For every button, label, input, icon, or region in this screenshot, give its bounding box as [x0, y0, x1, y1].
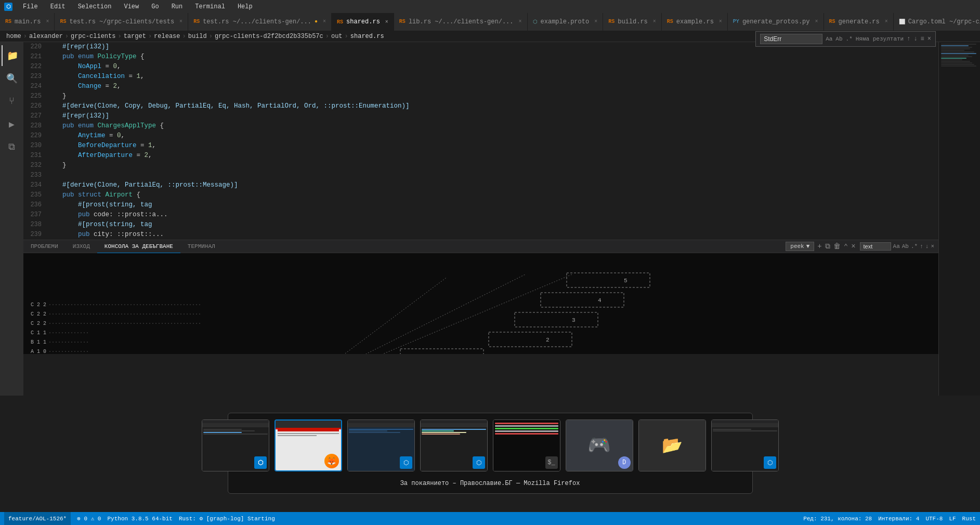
code-line-232: 232 }: [23, 161, 938, 170]
tab-test-rs-2[interactable]: RS test.rs ~/.../clients-gen/... ● ×: [188, 13, 332, 31]
tab-icon-rs-4: RS: [337, 19, 343, 25]
panel-tab-debug[interactable]: КОНСОЛА ЗА ДЕБЪГВАНЕ: [97, 240, 180, 253]
tab-lib-rs[interactable]: RS lib.rs ~/.../clients-gen/... ×: [394, 13, 528, 31]
tab-example-rs[interactable]: RS example.rs ×: [662, 13, 728, 31]
tab-close-protos[interactable]: ×: [815, 19, 818, 24]
tab-close-shared[interactable]: ×: [385, 19, 388, 25]
debug-filter[interactable]: peek ▼: [786, 242, 814, 251]
code-line-233: 233: [23, 170, 938, 180]
status-encoding[interactable]: UTF-8: [925, 516, 943, 522]
act-debug[interactable]: ▶: [2, 114, 22, 135]
breadcrumb-release[interactable]: release: [154, 33, 180, 40]
breadcrumb-file[interactable]: shared.rs: [350, 33, 384, 40]
svg-rect-2: [541, 293, 624, 307]
find-next-btn[interactable]: ↓: [913, 35, 917, 43]
tab-shared-rs[interactable]: RS shared.rs ×: [332, 13, 394, 31]
tab-close-test-1[interactable]: ×: [179, 19, 182, 24]
taskbar-item-firefox-active[interactable]: 🦊: [275, 419, 342, 471]
taskbar-item-vscode-empty[interactable]: ⬡: [711, 419, 779, 471]
panel-trash-btn[interactable]: 🗑: [833, 242, 841, 251]
act-explorer[interactable]: 📁: [2, 45, 22, 66]
taskbar-item-terminal[interactable]: $_: [493, 419, 560, 471]
menu-file[interactable]: File: [21, 2, 40, 11]
tab-generate-rs[interactable]: RS generate.rs ×: [824, 13, 894, 31]
menu-go[interactable]: Go: [149, 2, 161, 11]
find-input[interactable]: [760, 34, 822, 44]
discord-logo: 🎮: [587, 434, 611, 457]
status-rust: Rust: ⚙ [graph-log] Starting: [179, 515, 275, 522]
panel-tab-problems[interactable]: ПРОБЛЕМИ: [23, 240, 66, 253]
tab-icon-rs-7: RS: [667, 19, 673, 24]
menu-selection[interactable]: Selection: [76, 2, 114, 11]
tab-bar: RS main.rs × RS test.rs ~/grpc-clients/t…: [0, 13, 980, 31]
code-line-223: 223 Cancellation = 1,: [23, 72, 938, 82]
menu-view[interactable]: View: [122, 2, 141, 11]
tab-example-proto[interactable]: ⬡ example.proto ×: [528, 13, 604, 31]
act-search[interactable]: 🔍: [2, 68, 22, 89]
panel-tab-terminal[interactable]: ТЕРМИНАЛ: [180, 240, 223, 253]
status-line-ending[interactable]: LF: [949, 516, 956, 522]
taskbar-items: ⬡ 🦊: [202, 419, 779, 471]
tab-close-main-rs[interactable]: ×: [46, 19, 49, 24]
find-close-btn[interactable]: ×: [927, 35, 931, 43]
taskbar-item-vscode-blue[interactable]: ⬡: [347, 419, 415, 471]
code-line-230: 230 BeforeDeparture = 1,: [23, 141, 938, 151]
act-git[interactable]: ⑂: [2, 91, 22, 112]
svg-rect-4: [515, 312, 598, 327]
breadcrumb-home[interactable]: home: [6, 33, 21, 40]
panel-min-btn[interactable]: ⌃: [844, 242, 848, 251]
panel-add-btn[interactable]: +: [817, 242, 821, 251]
taskbar-item-vscode-graph[interactable]: ⬡: [202, 419, 269, 471]
find-result-text: Няма резултати: [856, 36, 904, 42]
taskbar-item-discord[interactable]: 🎮 D: [566, 419, 633, 471]
status-intervals[interactable]: Интервали: 4: [878, 516, 919, 522]
code-line-239: 239 pub city: ::prost::...: [23, 230, 938, 240]
svg-rect-8: [400, 349, 484, 354]
status-position[interactable]: Ред: 231, колона: 28: [803, 516, 872, 522]
tab-generate-protos[interactable]: PY generate_protos.py ×: [728, 13, 824, 31]
taskbar-item-vscode-color[interactable]: ⬡: [420, 419, 488, 471]
panel-tab-output[interactable]: ИЗХОД: [66, 240, 97, 253]
git-branch[interactable]: feature/AOL-1526*: [4, 512, 71, 525]
tab-build-rs[interactable]: RS build.rs ×: [603, 13, 662, 31]
tab-close-generate[interactable]: ×: [885, 19, 888, 24]
tab-main-rs[interactable]: RS main.rs ×: [0, 13, 55, 31]
menu-terminal[interactable]: Terminal: [193, 2, 227, 11]
panel-close-btn[interactable]: ×: [851, 242, 855, 251]
tab-icon-toml: ⬜: [899, 19, 905, 25]
menu-help[interactable]: Help: [236, 2, 255, 11]
svg-line-11: [359, 274, 525, 354]
tab-close-build[interactable]: ×: [653, 19, 656, 24]
tab-close-proto[interactable]: ×: [594, 19, 597, 24]
find-match-case-btn[interactable]: Aa: [826, 36, 832, 42]
code-line-224: 224 Change = 2,: [23, 82, 938, 91]
code-line-227: 227 #[repr(i32)]: [23, 111, 938, 121]
act-extensions[interactable]: ⧉: [2, 137, 22, 158]
breadcrumb-user[interactable]: alexander: [29, 33, 63, 40]
find-whole-word-btn[interactable]: Ab: [835, 36, 842, 42]
panel-split-btn[interactable]: ⧉: [825, 242, 830, 251]
status-language[interactable]: Rust: [962, 516, 976, 522]
tab-test-rs-1[interactable]: RS test.rs ~/grpc-clients/tests ×: [55, 13, 188, 31]
status-python[interactable]: Python 3.8.5 64-bit: [107, 516, 172, 522]
taskbar-item-files[interactable]: 📂: [638, 419, 706, 471]
vscode-icon-1: ⬡: [254, 456, 267, 469]
tab-close-lib[interactable]: ×: [519, 19, 522, 24]
breadcrumb-out[interactable]: out: [331, 33, 343, 40]
breadcrumb-hash[interactable]: grpc-clients-d2f2bcd2b335b57c: [215, 33, 323, 40]
menu-run[interactable]: Run: [169, 2, 185, 11]
tab-cargo-toml[interactable]: ⬜ Cargo.toml ~/grpc-clients ×: [894, 13, 980, 31]
vscode-icon-4: ⬡: [764, 456, 776, 469]
tab-close-test-2[interactable]: ×: [323, 19, 326, 24]
panel-search-input[interactable]: [860, 242, 891, 251]
tab-icon-rs-6: RS: [608, 19, 615, 24]
tab-icon-py: PY: [733, 19, 739, 24]
find-regex-btn[interactable]: .*: [846, 36, 853, 42]
find-prev-btn[interactable]: ↑: [907, 35, 910, 43]
menu-edit[interactable]: Edit: [48, 2, 68, 11]
tab-close-example[interactable]: ×: [719, 19, 722, 24]
breadcrumb-project[interactable]: grpc-clients: [71, 33, 115, 40]
breadcrumb-target[interactable]: target: [124, 33, 146, 40]
find-list-btn[interactable]: ≡: [921, 35, 924, 43]
breadcrumb-build[interactable]: build: [188, 33, 207, 40]
